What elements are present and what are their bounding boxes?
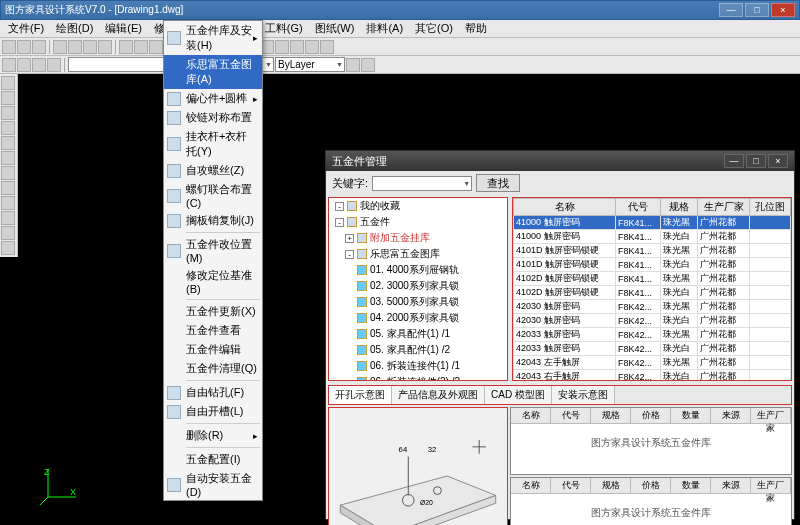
tool-icon[interactable]	[149, 40, 163, 54]
grid-cell[interactable]: 42033 触屏密码	[514, 328, 616, 342]
grid-cell[interactable]	[750, 244, 791, 258]
hardware-tree[interactable]: -我的收藏-五金件+附加五金挂库-乐思富五金图库01. 4000系列屉钢轨02.…	[328, 197, 508, 381]
tree-node[interactable]: 03. 5000系列家具锁	[329, 294, 507, 310]
menu-item[interactable]: 五金件清理(Q)	[164, 359, 262, 378]
tool-icon[interactable]	[53, 40, 67, 54]
tree-node[interactable]: -五金件	[329, 214, 507, 230]
tree-node[interactable]: -乐思富五金图库	[329, 246, 507, 262]
grid-cell[interactable]: F8K42...	[616, 314, 661, 328]
grid-header[interactable]: 孔位图	[750, 199, 791, 216]
grid-cell[interactable]	[750, 286, 791, 300]
grid-cell[interactable]: 珠光白	[661, 370, 698, 382]
grid-cell[interactable]: 广州花都	[698, 300, 750, 314]
grid-cell[interactable]	[750, 314, 791, 328]
grid-cell[interactable]	[750, 300, 791, 314]
menu-item[interactable]: 铰链对称布置	[164, 108, 262, 127]
tool-icon[interactable]	[1, 226, 15, 240]
grid-cell[interactable]: 珠光白	[661, 314, 698, 328]
tool-icon[interactable]	[1, 211, 15, 225]
grid-cell[interactable]: 4102D 触屏密码锁硬	[514, 286, 616, 300]
tool-icon[interactable]	[305, 40, 319, 54]
menu-item[interactable]: 五金配置(I)	[164, 450, 262, 469]
tool-icon[interactable]	[290, 40, 304, 54]
menu-item[interactable]: 自由开槽(L)	[164, 402, 262, 421]
menu-item[interactable]: 挂衣杆+衣杆托(Y)	[164, 127, 262, 161]
tool-icon[interactable]	[1, 166, 15, 180]
search-button[interactable]: 查找	[476, 174, 520, 192]
grid-cell[interactable]: 广州花都	[698, 342, 750, 356]
grid-cell[interactable]: 珠光黑	[661, 300, 698, 314]
grid-cell[interactable]: 广州花都	[698, 230, 750, 244]
grid-cell[interactable]: 4102D 触屏密码锁硬	[514, 272, 616, 286]
tool-icon[interactable]	[32, 40, 46, 54]
menu-item[interactable]: 五金件查看	[164, 321, 262, 340]
tool-icon[interactable]	[98, 40, 112, 54]
grid-cell[interactable]: 4101D 触屏密码锁硬	[514, 258, 616, 272]
grid-cell[interactable]: 广州花都	[698, 356, 750, 370]
menu-item[interactable]: 五金件更新(X)	[164, 302, 262, 321]
grid-cell[interactable]: 珠光黑	[661, 328, 698, 342]
menu-item[interactable]: 搁板销复制(J)	[164, 211, 262, 230]
grid-cell[interactable]: 41000 触屏密码	[514, 216, 616, 230]
grid-cell[interactable]: 4101D 触屏密码锁硬	[514, 244, 616, 258]
maximize-button[interactable]: □	[745, 3, 769, 17]
menu-item[interactable]: 删除(R)	[164, 426, 262, 445]
grid-cell[interactable]	[750, 258, 791, 272]
menu-item[interactable]: 五金件库及安装(H)	[164, 21, 262, 55]
tool-icon[interactable]	[1, 106, 15, 120]
hw-maximize-button[interactable]: □	[746, 154, 766, 168]
grid-cell[interactable]: F8K42...	[616, 328, 661, 342]
menu-item[interactable]: 帮助	[459, 20, 493, 37]
close-button[interactable]: ×	[771, 3, 795, 17]
grid-cell[interactable]: F8K41...	[616, 286, 661, 300]
tool-icon[interactable]	[17, 40, 31, 54]
tool-icon[interactable]	[361, 58, 375, 72]
hw-titlebar[interactable]: 五金件管理 — □ ×	[326, 151, 794, 171]
grid-header[interactable]: 名称	[514, 199, 616, 216]
hardware-grid[interactable]: 名称代号规格生产厂家孔位图41000 触屏密码F8K41...珠光黑广州花都41…	[512, 197, 792, 381]
menu-item[interactable]: 自动安装五金(D)	[164, 469, 262, 500]
menu-item[interactable]: 编辑(E)	[99, 20, 148, 37]
grid-cell[interactable]: F8K42...	[616, 356, 661, 370]
grid-cell[interactable]: 珠光白	[661, 258, 698, 272]
grid-cell[interactable]: 广州花都	[698, 272, 750, 286]
grid-header[interactable]: 代号	[616, 199, 661, 216]
tool-icon[interactable]	[47, 58, 61, 72]
bylayer-combo-2[interactable]: ByLayer	[275, 57, 345, 72]
grid-cell[interactable]: 42043 左手触屏	[514, 356, 616, 370]
grid-cell[interactable]: 广州花都	[698, 258, 750, 272]
tree-node[interactable]: 02. 3000系列家具锁	[329, 278, 507, 294]
tool-icon[interactable]	[83, 40, 97, 54]
grid-cell[interactable]	[750, 328, 791, 342]
tool-icon[interactable]	[1, 241, 15, 255]
menu-item[interactable]: 排料(A)	[360, 20, 409, 37]
grid-cell[interactable]	[750, 272, 791, 286]
menu-item[interactable]: 自攻螺丝(Z)	[164, 161, 262, 180]
hw-close-button[interactable]: ×	[768, 154, 788, 168]
grid-cell[interactable]: 41000 触屏密码	[514, 230, 616, 244]
grid-cell[interactable]: 广州花都	[698, 370, 750, 382]
tree-node[interactable]: 05. 家具配件(1) /1	[329, 326, 507, 342]
grid-cell[interactable]: 珠光黑	[661, 244, 698, 258]
menu-item[interactable]: 五金件改位置(M)	[164, 235, 262, 266]
menu-item[interactable]: 自由钻孔(F)	[164, 383, 262, 402]
grid-cell[interactable]	[750, 230, 791, 244]
grid-cell[interactable]: 珠光白	[661, 230, 698, 244]
grid-cell[interactable]: 珠光黑	[661, 216, 698, 230]
grid-cell[interactable]	[750, 216, 791, 230]
grid-cell[interactable]: 广州花都	[698, 286, 750, 300]
tool-icon[interactable]	[1, 196, 15, 210]
tab[interactable]: 产品信息及外观图	[392, 386, 485, 404]
grid-cell[interactable]: F8K42...	[616, 300, 661, 314]
menu-item[interactable]: 修改定位基准(B)	[164, 266, 262, 297]
tab[interactable]: 开孔示意图	[329, 386, 392, 404]
grid-cell[interactable]: 广州花都	[698, 314, 750, 328]
grid-cell[interactable]: 珠光白	[661, 286, 698, 300]
menu-item[interactable]: 五金件编辑	[164, 340, 262, 359]
tool-icon[interactable]	[1, 121, 15, 135]
grid-cell[interactable]: 42030 触屏密码	[514, 300, 616, 314]
grid-header[interactable]: 规格	[661, 199, 698, 216]
grid-cell[interactable]: 珠光黑	[661, 356, 698, 370]
grid-cell[interactable]: F8K41...	[616, 216, 661, 230]
grid-cell[interactable]: 广州花都	[698, 244, 750, 258]
